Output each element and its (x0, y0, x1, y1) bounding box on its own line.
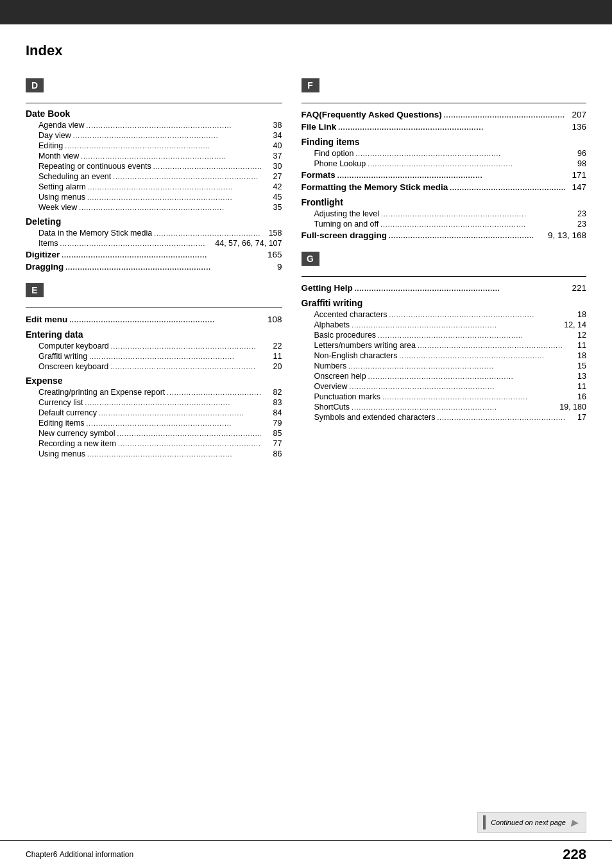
list-item: Overview................................… (302, 381, 586, 392)
list-item: Punctuation marks.......................… (302, 392, 586, 402)
left-column: DDate BookAgenda view...................… (26, 78, 295, 469)
list-item: Turning on and off......................… (302, 219, 586, 229)
index-category: Entering data (26, 329, 282, 340)
section-letter: F (302, 78, 319, 92)
section-letter: E (26, 283, 44, 297)
list-item: Onscreen help...........................… (302, 371, 586, 381)
list-item: Editing items...........................… (26, 418, 282, 428)
continued-text: Continued on next page (491, 819, 566, 826)
list-item: Basic procedures........................… (302, 330, 586, 340)
section-block: FFAQ(Frequently Asked Questions)........… (302, 78, 586, 241)
list-item: Accented characters.....................… (302, 309, 586, 320)
list-item: Setting alarm...........................… (26, 182, 282, 192)
index-category: Date Book (26, 108, 282, 119)
list-item: Editing.................................… (26, 141, 282, 151)
list-item: Recording a new item....................… (26, 438, 282, 449)
list-item: Find option.............................… (302, 148, 586, 159)
index-category: Frontlight (302, 197, 586, 207)
section-letter: G (302, 252, 319, 266)
index-category: Finding items (302, 137, 586, 147)
list-item: Formatting the Memory Stick media.......… (302, 181, 586, 193)
list-item: Letters/numbers writing area............… (302, 340, 586, 351)
index-category: Expense (26, 376, 282, 386)
list-item: Non-English characters..................… (302, 351, 586, 361)
list-item: File Link...............................… (302, 121, 586, 133)
right-column: FFAQ(Frequently Asked Questions)........… (295, 78, 586, 469)
list-item: Scheduling an event.....................… (26, 171, 282, 182)
continued-arrow: ▶ (571, 817, 578, 828)
top-bar (0, 0, 612, 24)
list-item: Full-screen dragging....................… (302, 229, 586, 241)
footer: Chapter6 Additional information 228 (0, 840, 612, 868)
list-item: Repeating or continuous events..........… (26, 161, 282, 171)
footer-page: 228 (563, 846, 586, 863)
list-item: Edit menu...............................… (26, 313, 282, 326)
list-item: Digitizer...............................… (26, 248, 282, 261)
list-item: Day view................................… (26, 130, 282, 141)
list-item: Using menus.............................… (26, 192, 282, 202)
list-item: Formats.................................… (302, 169, 586, 181)
list-item: Currency list...........................… (26, 397, 282, 408)
footer-sub: Additional information (60, 850, 133, 859)
list-item: Getting Help............................… (302, 282, 586, 294)
section-block: GGetting Help...........................… (302, 252, 586, 422)
list-item: Month view..............................… (26, 151, 282, 161)
list-item: FAQ(Frequently Asked Questions).........… (302, 108, 586, 121)
list-item: Agenda view.............................… (26, 120, 282, 130)
list-item: ShortCuts...............................… (302, 402, 586, 412)
continued-box: Continued on next page ▶ (477, 812, 586, 833)
list-item: Using menus.............................… (26, 449, 282, 459)
list-item: Week view...............................… (26, 202, 282, 213)
page-content: Index DDate BookAgenda view.............… (0, 24, 612, 508)
list-item: Creating/printing an Expense report.....… (26, 387, 282, 397)
list-item: Default currency........................… (26, 408, 282, 418)
section-block: DDate BookAgenda view...................… (26, 78, 282, 273)
list-item: Graffiti writing........................… (26, 351, 282, 361)
section-rule (302, 276, 586, 277)
page-title: Index (26, 42, 586, 59)
list-item: Numbers.................................… (302, 361, 586, 371)
section-rule (302, 103, 586, 103)
footer-chapter: Chapter6 Additional information (26, 850, 133, 859)
list-item: Computer keyboard.......................… (26, 341, 282, 351)
two-col-layout: DDate BookAgenda view...................… (26, 78, 586, 469)
list-item: Adjusting the level.....................… (302, 209, 586, 219)
list-item: Dragging................................… (26, 261, 282, 273)
list-item: Alphabets...............................… (302, 320, 586, 330)
section-rule (26, 308, 282, 308)
list-item: New currency symbol.....................… (26, 428, 282, 438)
list-item: Onscreen keyboard.......................… (26, 361, 282, 372)
index-category: Deleting (26, 216, 282, 227)
list-item: Symbols and extended characters.........… (302, 412, 586, 422)
index-category: Graffiti writing (302, 298, 586, 308)
section-rule (26, 103, 282, 103)
list-item: Items...................................… (26, 238, 282, 248)
continued-bar (483, 815, 486, 829)
list-item: Phone Lookup............................… (302, 159, 586, 169)
list-item: Data in the Memory Stick media..........… (26, 228, 282, 238)
section-letter: D (26, 78, 44, 92)
section-block: EEdit menu..............................… (26, 283, 282, 459)
